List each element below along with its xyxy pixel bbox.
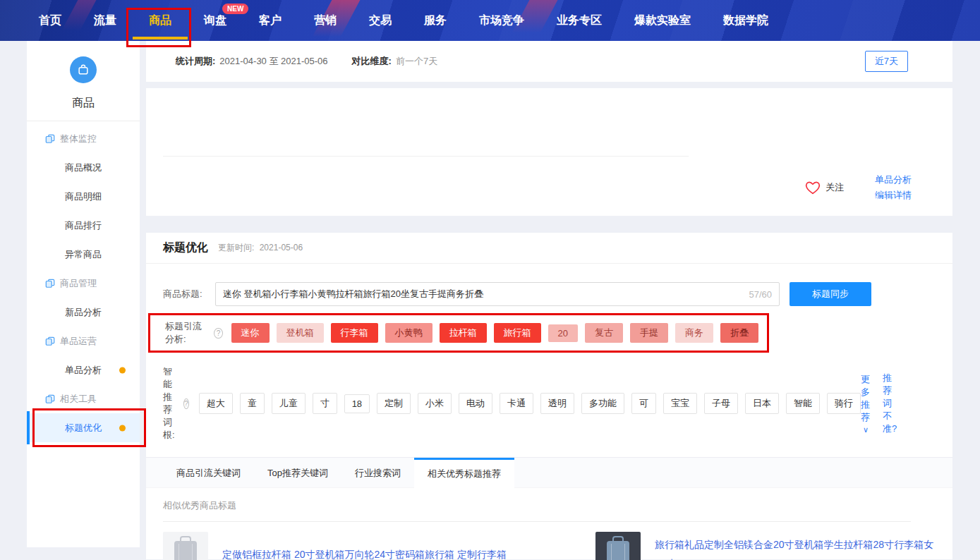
help-icon[interactable]: ?: [183, 398, 189, 409]
card-title: 标题优化: [163, 241, 208, 255]
follow-button[interactable]: 关注: [805, 181, 844, 195]
root-tag[interactable]: 智能: [786, 393, 820, 414]
nav-item[interactable]: 交易: [369, 0, 392, 41]
root-tag[interactable]: 子母: [704, 393, 738, 414]
tab[interactable]: Top推荐关键词: [254, 458, 341, 487]
title-sync-button[interactable]: 标题同步: [790, 282, 871, 306]
product-thumbnail[interactable]: [595, 532, 641, 560]
root-tag[interactable]: 透明: [540, 393, 574, 414]
nav-item-label: 流量: [94, 13, 116, 28]
product-title-row: 商品标题: 57/60 标题同步: [163, 282, 936, 306]
analysis-tag[interactable]: 小黄鸭: [385, 323, 432, 343]
tab[interactable]: 行业搜索词: [341, 458, 414, 487]
follow-label: 关注: [825, 181, 844, 194]
root-tag[interactable]: 超大: [199, 393, 233, 414]
notification-dot: [119, 367, 126, 373]
root-tag[interactable]: 卡通: [500, 393, 533, 414]
chevron-down-icon: ∨: [863, 425, 869, 434]
nav-item[interactable]: 市场竞争: [479, 0, 524, 41]
product-title-link[interactable]: 旅行箱礼品定制全铝镁合金20寸登机箱学生拉杆箱28寸行李箱女24寸: [655, 535, 936, 560]
root-tag[interactable]: 小米: [418, 393, 452, 414]
nav-item[interactable]: 服务: [424, 0, 447, 41]
root-tag[interactable]: 多功能: [581, 393, 624, 414]
more-recommend-link[interactable]: 更多推荐∨: [861, 373, 870, 434]
sidebar-item[interactable]: 单品运营: [27, 327, 140, 355]
analysis-tag[interactable]: 行李箱: [331, 323, 378, 343]
tab-label: Top推荐关键词: [267, 468, 328, 478]
nav-item-label: 服务: [424, 13, 447, 28]
help-icon[interactable]: ?: [214, 328, 222, 339]
active-tab-underline: [133, 37, 188, 39]
nav-item[interactable]: 数据学院: [723, 0, 768, 41]
product-actions: 关注 单品分析 编辑详情: [805, 172, 912, 203]
edit-detail-link[interactable]: 编辑详情: [875, 188, 912, 203]
nav-item[interactable]: 客户: [259, 0, 282, 41]
analysis-tag[interactable]: 商务: [675, 323, 713, 343]
sidebar-item[interactable]: 标题优化: [27, 413, 140, 442]
sidebar-item[interactable]: 商品概况: [27, 153, 140, 182]
root-tag[interactable]: 可: [631, 393, 656, 414]
sidebar-item-label: 商品管理: [60, 277, 97, 290]
main-content: 统计周期: 2021-04-30 至 2021-05-06 对比维度: 前一个7…: [146, 41, 952, 559]
nav-decor-streak: [56, 0, 97, 41]
analysis-tag[interactable]: 20: [548, 324, 578, 342]
root-tag[interactable]: 定制: [377, 393, 411, 414]
tab[interactable]: 相关优秀标题推荐: [414, 458, 514, 488]
analysis-tag[interactable]: 登机箱: [277, 323, 324, 343]
product-thumbnail[interactable]: [163, 532, 208, 560]
analysis-tag[interactable]: 迷你: [231, 323, 270, 343]
product-title-label: 商品标题:: [163, 288, 215, 300]
sidebar-item[interactable]: 整体监控: [27, 124, 140, 153]
sidebar-item[interactable]: 新品分析: [27, 298, 140, 327]
root-tag[interactable]: 儿童: [272, 393, 306, 414]
nav-item[interactable]: 商品: [149, 0, 171, 41]
nav-item-label: 爆款实验室: [634, 13, 691, 28]
root-tag[interactable]: 童: [240, 393, 265, 414]
sidebar-item[interactable]: 商品明细: [27, 182, 140, 211]
analysis-tag[interactable]: 折叠: [720, 323, 758, 343]
analysis-tag[interactable]: 手提: [630, 323, 668, 343]
sidebar-item-label: 单品分析: [65, 364, 102, 377]
product-title-link[interactable]: 定做铝框拉杆箱 20寸登机箱万向轮24寸密码箱旅行箱 定制行李箱: [222, 545, 507, 560]
sidebar-item[interactable]: 异常商品: [27, 240, 140, 269]
product-title-input[interactable]: [223, 289, 743, 300]
analysis-tag[interactable]: 旅行箱: [494, 323, 541, 343]
single-item-analysis-link[interactable]: 单品分析: [875, 172, 912, 188]
root-tag[interactable]: 宝宝: [663, 393, 697, 414]
sidebar-item[interactable]: 商品排行: [27, 211, 140, 240]
nav-item[interactable]: 业务专区: [557, 0, 602, 41]
compare-dimension-label: 对比维度:: [352, 55, 392, 68]
root-tag[interactable]: 电动: [459, 393, 492, 414]
analysis-tag[interactable]: 复古: [585, 323, 623, 343]
nav-item[interactable]: 询盘 NEW: [204, 0, 226, 41]
analysis-label-text: 标题引流分析:: [165, 320, 210, 346]
tab-label: 行业搜索词: [355, 468, 401, 478]
date-range-button[interactable]: 近7天: [865, 51, 908, 72]
inaccurate-feedback-link[interactable]: 推荐词不准?: [883, 372, 897, 435]
product-item: 定做铝框拉杆箱 20寸登机箱万向轮24寸密码箱旅行箱 定制行李箱: [163, 529, 576, 560]
char-counter: 57/60: [749, 289, 772, 300]
root-tag[interactable]: 日本: [745, 393, 779, 414]
tab-label: 商品引流关键词: [176, 468, 241, 478]
root-tag[interactable]: 寸: [313, 393, 337, 414]
root-tag[interactable]: 18: [344, 394, 370, 413]
root-tag[interactable]: 骑行: [827, 393, 861, 414]
section-folder-icon: [45, 279, 55, 288]
nav-item[interactable]: 营销: [314, 0, 337, 41]
heart-icon: [805, 181, 821, 195]
sidebar-item[interactable]: 相关工具: [27, 384, 140, 413]
nav-item[interactable]: 流量: [94, 0, 116, 41]
stat-period-value: 2021-04-30 至 2021-05-06: [219, 55, 327, 68]
sidebar-item[interactable]: 商品管理: [27, 269, 140, 298]
sidebar-header: 商品: [27, 41, 140, 121]
analysis-tags: 迷你 登机箱 行李箱 小黄鸭 拉杆箱 旅行箱 20 复古: [231, 323, 758, 343]
sidebar-title: 商品: [27, 96, 140, 111]
nav-item[interactable]: 爆款实验室: [634, 0, 691, 41]
tab[interactable]: 商品引流关键词: [163, 458, 254, 487]
sidebar-item[interactable]: 单品分析: [27, 355, 140, 384]
nav-item-label: 商品: [149, 13, 171, 28]
product-item: 旅行箱礼品定制全铝镁合金20寸登机箱学生拉杆箱28寸行李箱女24寸: [595, 529, 936, 560]
analysis-tag[interactable]: 拉杆箱: [440, 323, 487, 343]
section-folder-icon: [45, 134, 55, 144]
nav-item[interactable]: 首页: [39, 0, 61, 41]
